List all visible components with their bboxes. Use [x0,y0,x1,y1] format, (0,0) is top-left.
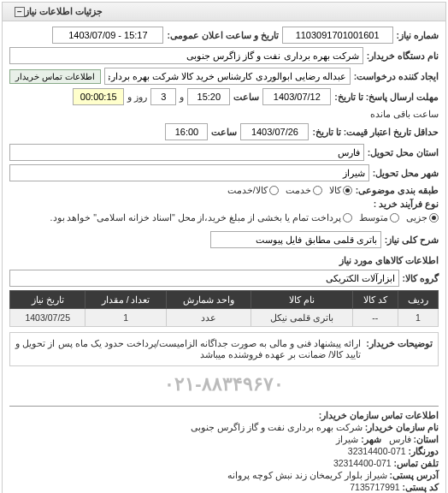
proc-note-label: پرداخت تمام یا بخشی از مبلغ خرید،از محل … [50,212,341,223]
buyer-org-input[interactable] [9,47,363,64]
th-code: کد کالا [352,291,398,309]
th-row: ردیف [398,291,438,309]
td-code: -- [352,309,398,327]
cat-goods-label: کالا [329,185,341,195]
announce-label: تاریخ و ساعت اعلان عمومی: [167,30,278,40]
city-input[interactable] [9,164,369,181]
contact-info-button[interactable]: اطلاعات تماس خریدار [9,69,101,84]
goods-table: ردیف کد کالا نام کالا واحد شمارش تعداد /… [9,290,439,327]
validity-date-input[interactable] [240,123,309,140]
province-label: استان محل تحویل: [368,147,439,157]
day-label: روز و [127,92,147,103]
td-date: 1403/07/25 [10,309,85,327]
category-label: طبقه بندی موضوعی: [356,185,439,195]
panel-header: جزئیات اطلاعات نیاز − [3,3,445,21]
proc-minor-label: جزیی [406,212,427,223]
c-addr: شیراز بلوار کریمخان زند نبش کوچه پروانه [227,470,387,480]
cat-both-label: کالا/خدمت [227,185,268,195]
th-qty: تعداد / مقدار [85,291,166,309]
process-radio-group: جزیی متوسط پرداخت تمام یا بخشی از مبلغ خ… [50,212,439,223]
c-org-label: نام سازمان خریدار: [365,422,439,432]
remain-label: ساعت باقی مانده [370,109,439,120]
radio-note[interactable] [343,213,352,223]
proc-medium-label: متوسط [359,212,388,223]
c-province-label: استان: [414,434,439,444]
c-phone: 071-32314400 [333,458,392,468]
collapse-icon[interactable]: − [15,7,25,17]
td-row: 1 [398,309,438,327]
group-label: گروه کالا: [403,273,439,283]
c-city-label: شهر: [361,434,381,444]
c-fax-label: دورنگار: [409,446,439,456]
general-desc-input[interactable] [210,231,381,248]
radio-service[interactable] [313,186,322,195]
days-input[interactable] [150,88,176,105]
validity-label: حداقل تاریخ اعتبار قیمت: تا تاریخ: [312,127,439,137]
c-province: فارس [389,434,411,444]
goods-section-title: اطلاعات کالاهای مورد نیاز [9,255,439,266]
details-panel: جزئیات اطلاعات نیاز − شماره نیاز: تاریخ … [2,2,446,493]
desc-label: توضیحات خریدار: [366,338,433,360]
reply-deadline-label: مهلت ارسال پاسخ: تا تاریخ: [334,92,439,102]
category-radio-group: کالا خدمت کالا/خدمت [227,185,352,195]
time-label-1: ساعت [233,92,259,102]
table-header-row: ردیف کد کالا نام کالا واحد شمارش تعداد /… [10,291,439,309]
city-label: شهر محل تحویل: [373,168,439,178]
c-postal-label: کد پستی: [403,482,439,492]
c-phone-label: تلفن تماس: [394,458,439,468]
table-row[interactable]: 1 -- باتری قلمی نیکل عدد 1 1403/07/25 [10,309,439,327]
buyer-org-label: نام دستگاه خریدار: [367,50,439,61]
radio-minor[interactable] [429,213,439,223]
panel-body: شماره نیاز: تاریخ و ساعت اعلان عمومی: نا… [3,21,445,493]
radio-medium[interactable] [390,213,399,223]
watermark-phone: ۰۲۱-۸۸۳۴۹۶۷۰ [9,366,439,402]
province-input[interactable] [9,144,364,161]
radio-goods[interactable] [343,186,352,195]
c-city: شیراز [336,434,358,444]
contact-section: اطلاعات تماس سازمان خریدار: نام سازمان خ… [9,406,439,493]
desc-text: ارائه پیشنهاد فنی و مالی به صورت جداگانه… [15,338,361,360]
process-label: نوع فرآیند خرید : [374,199,439,209]
contact-title: اطلاعات تماس سازمان خریدار: [9,410,439,420]
td-name: باتری قلمی نیکل [251,309,352,327]
request-no-input[interactable] [282,27,393,44]
and-label: و [180,92,184,103]
th-name: نام کالا [251,291,352,309]
panel-title: جزئیات اطلاعات نیاز [25,6,103,17]
c-addr-label: آدرس پستی: [390,470,439,480]
c-fax: 071-32314400 [348,446,406,456]
remain-input[interactable] [73,88,124,105]
request-no-label: شماره نیاز: [397,30,439,40]
validity-time-input[interactable] [165,123,208,140]
buyer-description-box: توضیحات خریدار: ارائه پیشنهاد فنی و مالی… [9,332,439,366]
announce-input[interactable] [52,27,163,44]
td-qty: 1 [85,309,166,327]
c-postal: 7135717991 [350,482,399,492]
th-date: تاریخ نیاز [10,291,85,309]
td-unit: عدد [166,309,251,327]
c-org: شرکت بهره برداری نفت و گاز زاگرس جنوبی [191,422,362,432]
general-desc-label: شرح کلی نیاز: [385,235,439,245]
radio-both[interactable] [269,186,279,195]
cat-service-label: خدمت [286,185,311,195]
th-unit: واحد شمارش [166,291,251,309]
time-label-2: ساعت [211,127,237,137]
creator-label: ایجاد کننده درخواست: [354,71,439,81]
reply-date-input[interactable] [262,88,331,105]
creator-input[interactable] [104,68,351,85]
reply-time-input[interactable] [187,88,230,105]
group-input[interactable] [9,270,399,287]
